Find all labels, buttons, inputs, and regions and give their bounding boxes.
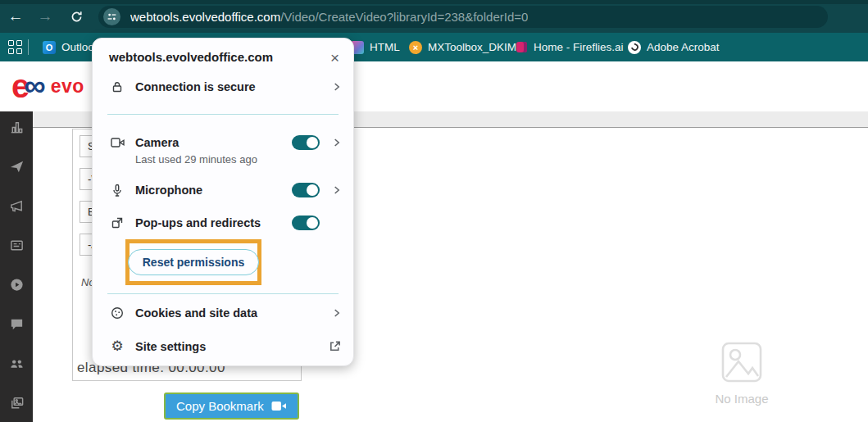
site-settings-row[interactable]: ⚙ Site settings	[109, 339, 341, 353]
bookmarks-separator	[28, 39, 29, 55]
no-image-label: No Image	[699, 392, 784, 406]
refresh-icon[interactable]	[66, 6, 87, 27]
gear-icon: ⚙	[109, 339, 125, 353]
reset-permissions-button[interactable]: Reset permissions	[128, 249, 260, 275]
microphone-toggle[interactable]	[292, 183, 320, 197]
external-link-icon	[328, 340, 341, 352]
copy-bookmark-label: Copy Bookmark	[176, 399, 264, 413]
popups-permission-row[interactable]: Pop-ups and redirects	[109, 216, 341, 230]
bookmark-label: Home - Fireflies.ai	[534, 41, 624, 53]
app-sidebar	[0, 111, 33, 422]
lock-icon	[109, 80, 125, 93]
video-camera-icon	[271, 401, 287, 411]
site-info-popup: webtools.evolvedoffice.com × Connection …	[92, 38, 354, 366]
chevron-right-icon[interactable]	[331, 137, 341, 148]
bookmark-label: HTML	[370, 41, 400, 53]
apps-grid-icon[interactable]	[8, 40, 22, 54]
url-bar[interactable]: webtools.evolvedoffice.com/Video/CreateV…	[98, 6, 828, 28]
cookies-row[interactable]: Cookies and site data	[109, 306, 341, 320]
popup-divider	[107, 293, 339, 294]
logo-wordmark: evo	[51, 75, 84, 98]
microphone-label: Microphone	[135, 184, 292, 197]
image-placeholder-icon	[719, 339, 765, 385]
chevron-right-icon	[331, 81, 341, 93]
popup-divider	[107, 114, 339, 115]
logo-infinity-icon: ∞	[24, 71, 45, 101]
popup-redirect-icon	[109, 216, 125, 229]
site-settings-label: Site settings	[135, 340, 316, 353]
highlight-annotation-box: Reset permissions	[125, 239, 261, 285]
microphone-permission-row[interactable]: Microphone	[109, 183, 341, 197]
newspaper-icon[interactable]	[8, 237, 25, 253]
back-icon[interactable]: ←	[5, 6, 26, 27]
users-icon[interactable]	[8, 355, 25, 371]
evolvedoffice-logo: e∞evo	[11, 71, 84, 101]
connection-secure-label: Connection is secure	[135, 80, 320, 93]
browser-toolbar: ← → webtools.evolvedoffice.com/Video/Cre…	[0, 0, 868, 33]
close-icon[interactable]: ×	[330, 52, 339, 65]
browser-window: ← → webtools.evolvedoffice.com/Video/Cre…	[0, 0, 868, 422]
bookmark-adobe[interactable]: Adobe Acrobat	[628, 33, 720, 61]
send-icon[interactable]	[8, 158, 25, 175]
url-text: webtools.evolvedoffice.com/Video/CreateV…	[130, 10, 528, 24]
bookmark-mxtoolbox[interactable]: × MXToolbox_DKIM	[409, 33, 516, 61]
bookmark-html[interactable]: HTML	[351, 33, 400, 61]
copy-bookmark-button[interactable]: Copy Bookmark	[164, 393, 299, 420]
cookies-label: Cookies and site data	[135, 306, 320, 320]
camera-label: Camera	[135, 136, 292, 149]
url-host: webtools.evolvedoffice.com	[130, 10, 280, 24]
media-gallery-icon[interactable]	[8, 394, 25, 411]
url-path: /Video/CreateVideo?libraryId=238&folderI…	[280, 10, 528, 24]
connection-secure-row[interactable]: Connection is secure	[109, 80, 341, 93]
popups-toggle[interactable]	[292, 216, 320, 230]
cookie-icon	[109, 306, 125, 320]
popups-label: Pop-ups and redirects	[135, 216, 292, 229]
no-image-placeholder: No Image	[699, 339, 784, 406]
bookmark-label: Adobe Acrobat	[647, 41, 720, 53]
forward-icon[interactable]: →	[34, 6, 56, 27]
camera-last-used-label: Last used 29 minutes ago	[135, 153, 257, 166]
megaphone-icon[interactable]	[8, 197, 25, 214]
microphone-icon	[109, 184, 125, 197]
chevron-right-icon[interactable]	[331, 307, 341, 319]
popup-title: webtools.evolvedoffice.com	[109, 50, 273, 64]
bookmark-label: MXToolbox_DKIM	[428, 41, 516, 53]
camera-toggle[interactable]	[292, 135, 320, 150]
stats-chart-icon[interactable]	[8, 119, 25, 135]
chevron-right-icon[interactable]	[331, 184, 341, 196]
comment-icon[interactable]	[8, 315, 25, 332]
fireflies-icon	[515, 41, 528, 54]
mxtoolbox-icon: ×	[409, 41, 422, 54]
adobe-acrobat-icon	[628, 41, 641, 54]
camera-icon	[109, 137, 125, 148]
bookmark-fireflies[interactable]: Home - Fireflies.ai	[515, 33, 624, 61]
play-video-icon[interactable]	[8, 276, 25, 293]
outlook-icon: O	[43, 41, 56, 54]
popup-header: webtools.evolvedoffice.com	[109, 50, 341, 64]
camera-permission-row[interactable]: Camera	[109, 135, 341, 150]
site-permissions-icon[interactable]	[103, 8, 120, 25]
